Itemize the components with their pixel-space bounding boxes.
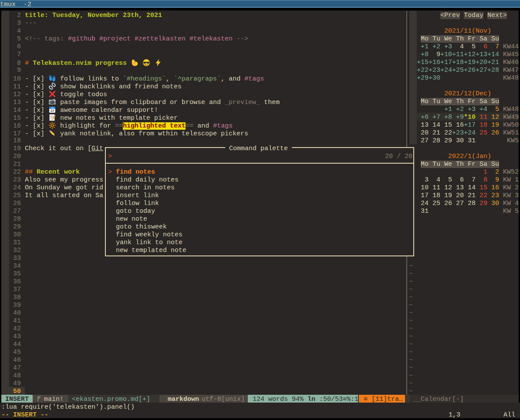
svg-text:17: 17 xyxy=(51,109,54,113)
